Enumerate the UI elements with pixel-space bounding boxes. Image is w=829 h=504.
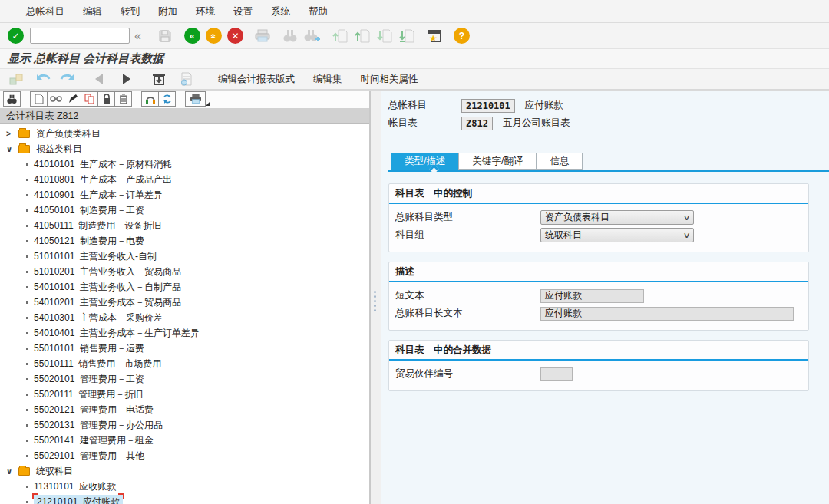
menu-item-6[interactable]: 系统 <box>262 0 299 23</box>
time-dependent-attributes-button[interactable]: 时间相关属性 <box>352 70 428 89</box>
assign-icon[interactable] <box>141 91 159 107</box>
tree-folder-row[interactable]: >资产负债类科目 <box>0 126 369 141</box>
tab-1[interactable]: 关键字/翻译 <box>458 153 537 170</box>
previous-page-icon[interactable] <box>354 28 371 44</box>
tree-account-row[interactable]: 21210101 应付账款 <box>0 494 369 504</box>
create-icon[interactable] <box>30 91 48 107</box>
collapse-toolbar-icon[interactable]: « <box>134 29 141 43</box>
edit-icon[interactable] <box>64 91 81 107</box>
tree-folder-row[interactable]: ∨统驭科目 <box>0 463 369 479</box>
cancel-icon[interactable]: ✕ <box>227 28 243 44</box>
tree-account-row[interactable]: 41050101 制造费用－工资 <box>0 203 369 218</box>
tree-folder-row[interactable]: ∨损益类科目 <box>0 141 369 156</box>
account-tree: >资产负债类科目∨损益类科目41010101 生产成本－原材料消耗4101080… <box>0 124 369 504</box>
group-row-label: 贸易伙伴编号 <box>395 367 540 380</box>
account-label: 41050111 制造费用－设备折旧 <box>34 219 161 232</box>
undo-icon[interactable] <box>35 71 52 87</box>
tree-account-row[interactable]: 41010101 生产成本－原材料消耗 <box>0 156 369 172</box>
menu-item-4[interactable]: 环境 <box>187 0 224 23</box>
find-next-icon[interactable] <box>304 28 321 44</box>
document-overview-icon[interactable] <box>178 71 195 87</box>
first-page-icon[interactable] <box>332 28 348 44</box>
tree-account-row[interactable]: 55010111 销售费用－市场费用 <box>0 356 369 371</box>
print-icon[interactable] <box>185 91 206 107</box>
chevron-down-icon[interactable]: ∨ <box>6 145 18 153</box>
splitter-grip-icon[interactable] <box>374 288 377 314</box>
chevron-down-icon[interactable]: ∨ <box>6 467 18 476</box>
tree-account-row[interactable]: 55020131 管理费用－办公用品 <box>0 417 369 433</box>
print-icon[interactable] <box>254 28 271 44</box>
account-label: 55020131 管理费用－办公用品 <box>34 419 163 432</box>
display-icon[interactable] <box>47 91 64 107</box>
refresh-icon[interactable] <box>158 91 176 107</box>
tree-account-row[interactable]: 51010101 主营业务收入-自制 <box>0 249 369 264</box>
tree-account-row[interactable]: 55020111 管理费用－折旧 <box>0 387 369 402</box>
last-page-icon[interactable] <box>398 28 415 44</box>
help-icon[interactable]: ? <box>454 28 470 44</box>
tab-underline <box>388 170 829 172</box>
tree-account-row[interactable]: 41010901 生产成本－订单差异 <box>0 187 369 203</box>
tree-account-row[interactable]: 54010301 主营成本－采购价差 <box>0 310 369 325</box>
tree-account-row[interactable]: 55020121 管理费用－电话费 <box>0 402 369 417</box>
tree-account-row[interactable]: 54010201 主营业务成本－贸易商品 <box>0 295 369 310</box>
account-tree-panel: 会计科目表 Z812 >资产负债类科目∨损益类科目41010101 生产成本－原… <box>0 91 371 504</box>
tree-account-row[interactable]: 55020101 管理费用－工资 <box>0 371 369 387</box>
chevron-right-icon[interactable]: > <box>6 130 18 138</box>
tree-account-row[interactable]: 41010801 生产成本－产成品产出 <box>0 172 369 187</box>
group-row: 总账科目类型资产负债表科目∨ <box>395 209 802 226</box>
create-shortcut-icon[interactable]: ★ <box>426 28 443 44</box>
back-icon[interactable]: « <box>184 28 200 44</box>
ok-icon[interactable]: ✓ <box>8 28 24 44</box>
account-label: 55029101 管理费用－其他 <box>34 450 144 463</box>
tree-account-row[interactable]: 54010101 主营业务收入－自制产品 <box>0 279 369 295</box>
next-page-icon[interactable] <box>376 28 393 44</box>
other-object-icon[interactable] <box>8 71 25 87</box>
tree-account-row[interactable]: 54010401 主营业务成本－生产订单差异 <box>0 325 369 341</box>
bullet-icon <box>26 378 28 380</box>
menu-item-5[interactable]: 设置 <box>224 0 262 23</box>
text-input[interactable] <box>540 367 573 381</box>
tree-account-row[interactable]: 11310101 应收账款 <box>0 479 369 494</box>
field-value-box[interactable]: 21210101 <box>461 99 515 113</box>
menu-item-7[interactable]: 帮助 <box>299 0 337 23</box>
print-dropdown-icon[interactable] <box>206 102 210 106</box>
menu-item-1[interactable]: 编辑 <box>74 0 111 23</box>
bullet-icon <box>26 255 28 258</box>
save-icon[interactable] <box>157 28 173 44</box>
field-row: 帐目表Z812五月公司账目表 <box>388 114 829 132</box>
dropdown[interactable]: 资产负债表科目∨ <box>540 210 694 225</box>
find-icon[interactable] <box>282 28 299 44</box>
copy-icon[interactable] <box>81 91 98 107</box>
redo-icon[interactable] <box>58 71 75 87</box>
panel-splitter[interactable] <box>371 91 381 504</box>
menu-item-2[interactable]: 转到 <box>111 0 149 23</box>
goto-screen-icon[interactable] <box>150 71 167 87</box>
tab-0[interactable]: 类型/描述 <box>391 153 459 170</box>
edit-financial-statement-version-button[interactable]: 编辑会计报表版式 <box>209 70 304 89</box>
tree-account-row[interactable]: 41050111 制造费用－设备折旧 <box>0 218 369 233</box>
field-value-box[interactable]: Z812 <box>461 117 493 130</box>
tree-account-row[interactable]: 41050121 制造费用－电费 <box>0 233 369 249</box>
exit-icon[interactable]: « <box>206 28 222 44</box>
tree-account-row[interactable]: 51010201 主营业务收入－贸易商品 <box>0 264 369 279</box>
find-icon[interactable] <box>3 91 21 107</box>
tree-account-row[interactable]: 55020141 建管理费用－租金 <box>0 433 369 448</box>
account-label: 41010801 生产成本－产成品产出 <box>34 173 172 186</box>
next-screen-icon[interactable] <box>118 71 135 87</box>
text-input[interactable]: 应付账款 <box>540 307 794 321</box>
tree-account-row[interactable]: 55029101 管理费用－其他 <box>0 448 369 463</box>
menu-item-3[interactable]: 附加 <box>149 0 187 23</box>
previous-screen-icon[interactable] <box>91 71 107 87</box>
tree-account-row[interactable]: 55010101 销售费用－运费 <box>0 341 369 356</box>
command-field[interactable] <box>30 28 130 44</box>
menu-item-0[interactable]: 总帐科目 <box>17 0 74 23</box>
edit-set-button[interactable]: 编辑集 <box>304 70 352 89</box>
delete-icon[interactable] <box>114 91 132 107</box>
dropdown[interactable]: 统驭科目∨ <box>540 228 694 242</box>
bullet-icon <box>26 240 28 242</box>
text-input[interactable]: 应付账款 <box>540 289 644 303</box>
tab-2[interactable]: 信息 <box>536 153 583 170</box>
account-label: 55010101 销售费用－运费 <box>34 342 144 355</box>
lock-icon[interactable] <box>97 91 115 107</box>
account-label: 55020101 管理费用－工资 <box>34 373 144 386</box>
